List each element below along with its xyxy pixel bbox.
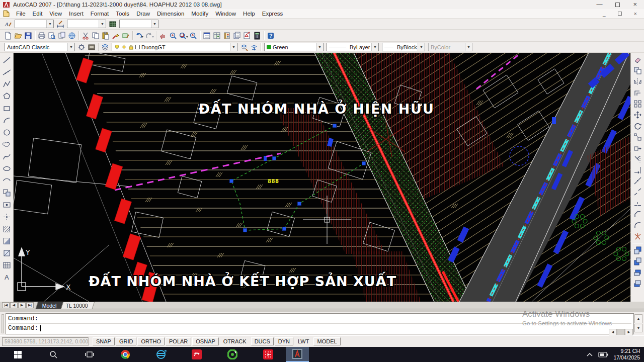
tool-point[interactable]	[1, 211, 13, 223]
tool-region[interactable]	[1, 247, 13, 259]
menu-insert[interactable]: Insert	[65, 10, 87, 18]
toggle-ortho[interactable]: ORTHO	[137, 337, 165, 345]
menu-edit[interactable]: Edit	[29, 10, 46, 18]
table-style-icon[interactable]	[108, 19, 118, 29]
taskbar-chrome-button[interactable]	[107, 347, 143, 362]
tool-offset[interactable]	[632, 87, 643, 98]
taskbar-search-button[interactable]	[36, 347, 71, 362]
make-layer-current-icon[interactable]	[239, 42, 249, 52]
tray-chevron-icon[interactable]	[586, 352, 593, 357]
tool-mtext[interactable]: A	[1, 271, 13, 283]
tool-join[interactable]	[632, 198, 643, 209]
layer-on-bulb-icon[interactable]	[114, 44, 120, 50]
tool-gradient[interactable]	[1, 235, 13, 247]
battery-icon[interactable]	[598, 351, 608, 357]
properties-icon[interactable]	[202, 31, 212, 40]
menu-tools[interactable]: Tools	[112, 10, 133, 18]
menu-draw[interactable]: Draw	[133, 10, 153, 18]
tool-rotate[interactable]	[632, 120, 643, 131]
tool-stretch[interactable]	[632, 142, 643, 153]
layer-color-swatch[interactable]	[135, 45, 140, 49]
toggle-osnap[interactable]: OSNAP	[192, 337, 219, 345]
lineweight-select[interactable]: ByBlock ▼	[382, 43, 425, 51]
dwf-icon[interactable]	[67, 31, 77, 40]
menu-format[interactable]: Format	[87, 10, 112, 18]
command-vertical-scrollbar[interactable]: ▲ ▼	[634, 314, 642, 332]
menu-express[interactable]: Express	[259, 10, 287, 18]
save-icon[interactable]	[23, 31, 33, 40]
tool-mirror[interactable]	[632, 76, 643, 87]
tool-trim[interactable]	[632, 153, 643, 164]
tab-next-button[interactable]: ▶	[18, 302, 26, 308]
scroll-left-icon[interactable]: ◄	[609, 329, 617, 335]
tool-scale[interactable]	[632, 131, 643, 142]
table-style-select[interactable]: ▼	[119, 20, 158, 28]
pan-icon[interactable]	[158, 31, 168, 40]
taskbar-start-button[interactable]	[0, 347, 36, 362]
text-style-select[interactable]: ▼	[15, 20, 54, 28]
tool-table[interactable]	[1, 259, 13, 271]
toggle-grid[interactable]: GRID	[116, 337, 137, 345]
dim-style-select[interactable]: ▼	[67, 20, 106, 28]
tab-last-button[interactable]: ▶|	[26, 302, 34, 308]
scroll-up-icon[interactable]: ▲	[634, 314, 642, 323]
tool-hatch[interactable]	[1, 223, 13, 235]
sheetset-icon[interactable]	[232, 31, 242, 40]
taskbar-app-red-button[interactable]	[179, 347, 214, 362]
workspace-select[interactable]: AutoCAD Classic▼	[5, 43, 75, 51]
redo-icon[interactable]	[144, 31, 154, 40]
paste-icon[interactable]	[101, 31, 111, 40]
command-text-area[interactable]: Command: Command:	[6, 313, 634, 334]
close-button[interactable]: ×	[633, 2, 637, 7]
layer-select[interactable]: DuongGT ▼	[112, 43, 237, 51]
toggle-snap[interactable]: SNAP	[93, 337, 115, 345]
tool-palettes-icon[interactable]	[222, 31, 232, 40]
tool-make-block[interactable]	[1, 199, 13, 211]
workspace-settings-icon[interactable]	[76, 42, 87, 52]
help-icon[interactable]: ?	[266, 31, 276, 40]
tool-ellipse[interactable]	[1, 162, 13, 174]
toggle-model[interactable]: MODEL	[313, 337, 340, 345]
tab-prev-button[interactable]: ◀	[10, 302, 18, 308]
command-window-grip[interactable]	[2, 314, 4, 333]
text-style-icon[interactable]: A	[3, 19, 13, 29]
undo-icon[interactable]	[134, 31, 144, 40]
tab-first-button[interactable]: |◀	[2, 302, 10, 308]
toggle-lwt[interactable]: LWT	[294, 337, 312, 345]
command-prompt-line[interactable]: Command:	[8, 324, 631, 333]
tool-spline[interactable]	[1, 150, 13, 162]
tool-fillet[interactable]	[632, 220, 643, 231]
plot-preview-icon[interactable]	[47, 31, 57, 40]
doc-close-button[interactable]: ×	[634, 11, 637, 17]
layer-manager-icon[interactable]	[100, 42, 110, 52]
block-editor-icon[interactable]	[121, 31, 131, 40]
linetype-select[interactable]: ByLayer ▼	[327, 43, 379, 51]
doc-restore-button[interactable]	[618, 12, 622, 16]
tool-ellipse-arc[interactable]	[1, 174, 13, 187]
toggle-dyn[interactable]: DYN	[275, 337, 293, 345]
tool-move[interactable]	[632, 109, 643, 120]
tray-clock[interactable]: 9:21 CH 17/04/2025	[613, 348, 640, 361]
scrollbar-thumb[interactable]	[617, 329, 625, 335]
menu-dimension[interactable]: Dimension	[153, 10, 188, 18]
plot-icon[interactable]	[37, 31, 47, 40]
tool-circle[interactable]	[1, 126, 13, 138]
menu-view[interactable]: View	[46, 10, 65, 18]
publish-icon[interactable]	[57, 31, 67, 40]
designcenter-icon[interactable]	[212, 31, 222, 40]
zoom-realtime-icon[interactable]	[168, 31, 178, 40]
match-properties-icon[interactable]	[111, 31, 121, 40]
tool-copy[interactable]	[632, 65, 643, 76]
tool-revcloud[interactable]	[1, 138, 13, 150]
tool-construction-line[interactable]	[1, 66, 13, 78]
toggle-polar[interactable]: POLAR	[166, 337, 191, 345]
tool-draworder-front[interactable]	[632, 244, 643, 255]
command-horizontal-scrollbar[interactable]: ◄ ►	[609, 329, 633, 335]
zoom-previous-icon[interactable]	[188, 31, 198, 40]
taskbar-ie-button[interactable]	[143, 347, 179, 362]
tab-model[interactable]: Model	[36, 302, 63, 309]
tool-insert-block[interactable]	[1, 187, 13, 199]
taskbar-autocad-button[interactable]	[286, 347, 309, 362]
tool-chamfer[interactable]	[632, 209, 643, 220]
tool-polygon[interactable]	[1, 90, 13, 102]
